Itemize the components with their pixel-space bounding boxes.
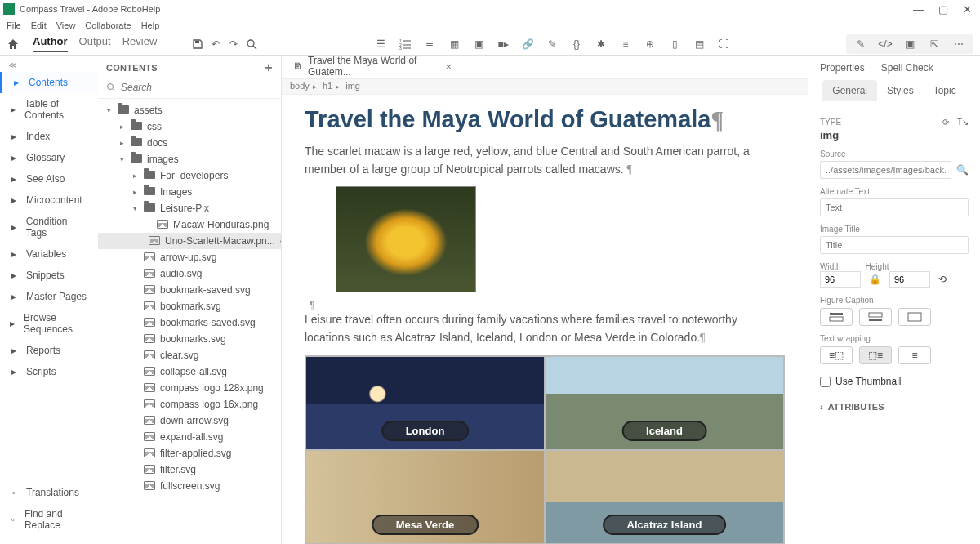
wrap-right-icon[interactable]: ≡	[898, 346, 931, 364]
tab-close-icon[interactable]: ×	[445, 60, 452, 73]
image-title-field[interactable]	[820, 236, 969, 254]
cell-london[interactable]: London	[305, 356, 545, 450]
tree-item[interactable]: filter-applied.svg	[98, 445, 281, 462]
indent-list-icon[interactable]: ≣	[423, 38, 436, 51]
source-field[interactable]	[820, 161, 951, 179]
crumb-body[interactable]: body	[290, 81, 310, 91]
menu-edit[interactable]: Edit	[31, 20, 47, 30]
tree-item[interactable]: ▸css	[98, 118, 281, 135]
figcap-none-icon[interactable]	[898, 308, 931, 326]
tree-item[interactable]: down-arrow.svg	[98, 412, 281, 429]
lock-aspect-icon[interactable]: 🔒	[869, 274, 881, 285]
code-icon[interactable]: </>	[879, 38, 892, 51]
rail-item-snippets[interactable]: ▸Snippets	[0, 265, 98, 286]
preview-icon[interactable]: ▣	[903, 38, 916, 51]
rail-item-glossary[interactable]: ▸Glossary	[0, 147, 98, 168]
rail-item-condition-tags[interactable]: ▸Condition Tags	[0, 211, 98, 243]
document-body[interactable]: Travel the Maya World of Guatemala¶ The …	[282, 95, 808, 544]
rail-item-microcontent[interactable]: ▸Microcontent	[0, 190, 98, 211]
tree-item[interactable]: ▾Leisure-Pix	[98, 200, 281, 216]
neotropical-link[interactable]: Neotropical	[446, 163, 504, 176]
tree-item[interactable]: ▸docs	[98, 135, 281, 151]
tree-item[interactable]: Macaw-Honduras.png	[98, 216, 281, 233]
find-icon[interactable]	[245, 38, 258, 51]
cell-mesa[interactable]: Mesa Verde	[305, 450, 545, 544]
breadcrumb-icon[interactable]: ▯	[668, 38, 681, 51]
contents-tree[interactable]: ▾assets▸css▸docs▾images▸For_developers▸I…	[98, 99, 281, 544]
refresh-icon[interactable]: ⟳	[942, 118, 949, 127]
properties-heading[interactable]: Properties	[820, 62, 865, 74]
tree-item[interactable]: ▾images	[98, 151, 281, 167]
rail-item-browse-sequences[interactable]: ▸Browse Sequences	[0, 307, 98, 340]
add-content-icon[interactable]: +	[265, 60, 273, 75]
cell-iceland[interactable]: Iceland	[545, 356, 784, 450]
menu-help[interactable]: Help	[141, 20, 160, 30]
tree-item[interactable]: bookmarks-saved.svg	[98, 314, 281, 331]
save-icon[interactable]	[191, 38, 204, 51]
tree-item[interactable]: expand-all.svg	[98, 429, 281, 445]
link-icon[interactable]: 🔗	[521, 38, 534, 51]
tab-topic[interactable]: Topic	[924, 80, 966, 101]
tree-item[interactable]: bookmark-saved.svg	[98, 282, 281, 298]
browse-source-icon[interactable]: 🔍	[956, 164, 969, 176]
width-field[interactable]	[820, 271, 861, 288]
tree-item[interactable]: Uno-Scarlett-Macaw.pn...•••	[98, 233, 281, 249]
tree-item[interactable]: ▾assets	[98, 102, 281, 118]
tree-item[interactable]: bookmarks.svg	[98, 331, 281, 347]
spellcheck-heading[interactable]: Spell Check	[881, 62, 933, 74]
mode-review[interactable]: Review	[122, 35, 158, 52]
tree-item[interactable]: ▸Images	[98, 184, 281, 200]
tab-styles[interactable]: Styles	[877, 80, 924, 101]
tree-item[interactable]: compass logo 128x.png	[98, 380, 281, 396]
tree-item[interactable]: clear.svg	[98, 347, 281, 363]
crumb-img[interactable]: img	[345, 81, 360, 91]
tree-item[interactable]: compass logo 16x.png	[98, 396, 281, 412]
type-wrap-icon[interactable]: T↘	[957, 118, 969, 127]
rail-item-translations[interactable]: ◦Translations	[0, 482, 98, 503]
image-icon[interactable]: ▣	[472, 38, 485, 51]
use-thumbnail-checkbox[interactable]: Use Thumbnail	[820, 376, 969, 387]
menu-file[interactable]: File	[7, 20, 21, 30]
maximize-icon[interactable]: ▢	[938, 3, 948, 16]
rail-item-table-of-contents[interactable]: ▸Table of Contents	[0, 93, 98, 126]
tree-item[interactable]: bookmark.svg	[98, 298, 281, 314]
brush-icon[interactable]: ✎	[546, 38, 559, 51]
tree-item[interactable]: audio.svg	[98, 265, 281, 282]
rail-item-variables[interactable]: ▸Variables	[0, 243, 98, 265]
use-thumbnail-input[interactable]	[820, 377, 831, 387]
rail-item-see-also[interactable]: ▸See Also	[0, 168, 98, 190]
page-heading[interactable]: Travel the Maya World of Guatemala¶	[305, 106, 785, 133]
figcap-top-icon[interactable]	[820, 308, 853, 326]
pencil-icon[interactable]: ✎	[854, 38, 867, 51]
more-icon[interactable]: •••	[280, 237, 281, 246]
home-icon[interactable]	[7, 38, 20, 51]
rail-item-contents[interactable]: ▸Contents	[0, 72, 98, 93]
tree-item[interactable]: filter.svg	[98, 462, 281, 478]
figcap-bottom-icon[interactable]	[859, 308, 892, 326]
numbered-list-icon[interactable]: 123	[399, 38, 412, 51]
cell-alcatraz[interactable]: Alcatraz Island	[545, 450, 784, 544]
rail-item-index[interactable]: ▸Index	[0, 126, 98, 147]
mode-author[interactable]: Author	[33, 35, 68, 52]
rail-item-find-and-replace[interactable]: ◦Find and Replace	[0, 503, 98, 536]
lines-icon[interactable]: ≡	[619, 38, 632, 51]
intro-paragraph[interactable]: The scarlet macaw is a large red, yellow…	[305, 143, 785, 178]
undo-icon[interactable]: ↶	[209, 38, 222, 51]
crumb-h1[interactable]: h1	[323, 81, 332, 91]
reset-size-icon[interactable]: ⟲	[938, 274, 947, 285]
star-icon[interactable]: ✱	[595, 38, 608, 51]
rail-item-scripts[interactable]: ▸Scripts	[0, 361, 98, 382]
alt-text-field[interactable]	[820, 198, 969, 216]
export-icon[interactable]: ⇱	[928, 38, 941, 51]
attributes-section[interactable]: › ATTRIBUTES	[820, 402, 969, 412]
bullet-list-icon[interactable]: ☰	[374, 38, 387, 51]
table-icon[interactable]: ▦	[448, 38, 461, 51]
tree-item[interactable]: fullscreen.svg	[98, 478, 281, 494]
macaw-image[interactable]	[336, 186, 476, 292]
more-view-icon[interactable]: ⋯	[952, 38, 965, 51]
video-icon[interactable]: ■▸	[497, 38, 510, 51]
rail-item-master-pages[interactable]: ▸Master Pages	[0, 286, 98, 307]
plus-circle-icon[interactable]: ⊕	[644, 38, 657, 51]
close-icon[interactable]: ✕	[963, 3, 972, 16]
wrap-center-icon[interactable]: ⬚≡	[859, 346, 892, 364]
